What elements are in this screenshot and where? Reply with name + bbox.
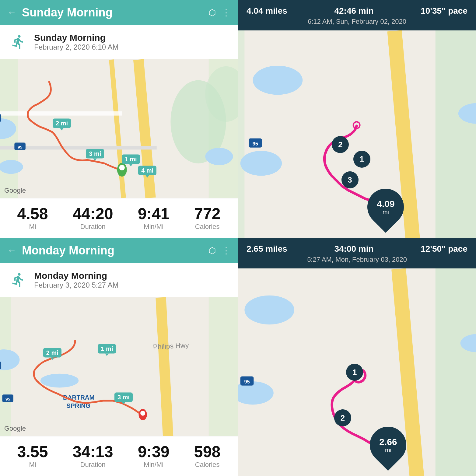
monday-right-datetime: 5:27 AM, Mon, February 03, 2020 (247, 256, 467, 264)
sunday-activity-info: Sunday Morning February 2, 2020 6:10 AM (0, 25, 238, 59)
mile-marker-1a: 1 mi (122, 155, 140, 164)
sunday-right-header: 4.04 miles 42:46 min 10'35" pace 6:12 AM… (238, 0, 476, 30)
sunday-right-stats: 4.04 miles 42:46 min 10'35" pace (247, 6, 467, 16)
monday-duration-value: 34:13 (73, 444, 113, 460)
monday-right-duration: 34:00 min (334, 244, 373, 254)
sunday-right-duration: 42:46 min (334, 6, 373, 16)
svg-rect-32 (209, 297, 238, 436)
monday-calories-label: Calories (194, 461, 221, 469)
monday-calories-value: 598 (194, 444, 221, 460)
monday-right-large-value: 2.66 (379, 436, 397, 446)
monday-right-map: 95 9B 1 2 2.66 mi (238, 268, 476, 476)
sunday-right-datetime: 6:12 AM, Sun, February 02, 2020 (247, 18, 467, 26)
monday-pace-value: 9:39 (138, 444, 170, 460)
sunday-right-map: 95 9B 2 1 3 4.09 mi (238, 30, 476, 238)
monday-mile-1: 1 mi (98, 344, 116, 353)
mile-marker-4: 4 mi (138, 166, 156, 175)
google-label-sunday: Google (4, 187, 26, 194)
svg-rect-10 (0, 111, 122, 116)
mile-marker-3: 3 mi (86, 149, 104, 159)
svg-rect-30 (0, 297, 238, 436)
back-button[interactable]: ← (7, 7, 16, 18)
svg-rect-39 (0, 362, 1, 369)
running-icon (9, 32, 28, 52)
monday-right-panel: 2.65 miles 34:00 min 12'50" pace 5:27 AM… (238, 238, 476, 476)
svg-rect-19 (436, 30, 476, 238)
monday-mile-2: 2 mi (43, 348, 61, 358)
sunday-right-pace: 10'35" pace (421, 6, 467, 16)
sunday-right-pin2: 2 (332, 136, 349, 153)
sunday-duration-stat: 44:20 Duration (73, 206, 113, 231)
sunday-pace-stat: 9:41 Min/Mi (138, 206, 170, 231)
monday-right-pace: 12'50" pace (421, 244, 467, 254)
monday-activity-name: Monday Morning (34, 271, 119, 281)
sunday-calories-stat: 772 Calories (194, 206, 221, 231)
monday-left-panel: ← Monday Morning ⬡ ⋮ Monday Morning Febr… (0, 238, 238, 476)
sunday-right-panel: 4.04 miles 42:46 min 10'35" pace 6:12 AM… (238, 0, 476, 238)
svg-point-22 (240, 151, 282, 176)
monday-right-large-pin: 2.66 mi (370, 427, 406, 463)
sunday-right-large-unit: mi (377, 208, 394, 215)
sunday-calories-value: 772 (194, 206, 221, 222)
monday-activity-text: Monday Morning February 3, 2020 5:27 AM (34, 271, 119, 289)
svg-point-44 (140, 411, 145, 416)
sunday-right-pin1: 1 (353, 151, 370, 168)
svg-point-17 (119, 165, 125, 170)
sunday-map: 95 9B 2 mi 3 mi 1 mi 4 mi Google (0, 59, 238, 198)
monday-right-miles: 2.65 miles (247, 244, 287, 254)
svg-text:95: 95 (244, 379, 250, 384)
monday-right-large-unit: mi (379, 446, 397, 453)
sunday-activity-date: February 2, 2020 6:10 AM (34, 43, 119, 51)
monday-distance-stat: 3.55 Mi (17, 444, 48, 469)
svg-point-21 (253, 66, 303, 95)
monday-right-stats: 2.65 miles 34:00 min 12'50" pace (247, 244, 467, 254)
monday-right-pin2: 2 (334, 409, 351, 426)
monday-activity-date: February 3, 2020 5:27 AM (34, 281, 119, 289)
sunday-header: ← Sunday Morning ⬡ ⋮ (0, 0, 238, 25)
monday-calories-stat: 598 Calories (194, 444, 221, 469)
monday-pace-stat: 9:39 Min/Mi (138, 444, 170, 469)
svg-rect-20 (238, 30, 244, 238)
sunday-activity-text: Sunday Morning February 2, 2020 6:10 AM (34, 33, 119, 51)
monday-title: Monday Morning (22, 244, 202, 257)
sunday-stats-bar: 4.58 Mi 44:20 Duration 9:41 Min/Mi 772 C… (0, 198, 238, 238)
monday-activity-info: Monday Morning February 3, 2020 5:27 AM (0, 263, 238, 297)
monday-duration-stat: 34:13 Duration (73, 444, 113, 469)
monday-header: ← Monday Morning ⬡ ⋮ (0, 238, 238, 263)
sunday-right-pin3: 3 (341, 171, 359, 188)
share-button[interactable]: ⬡ (208, 8, 216, 18)
monday-mile-3: 3 mi (114, 393, 133, 402)
monday-back-button[interactable]: ← (7, 245, 16, 256)
monday-running-icon (9, 270, 28, 290)
more-button[interactable]: ⋮ (222, 8, 230, 18)
sunday-title: Sunday Morning (22, 6, 202, 19)
monday-map: Philips Hwy 95 9B BARTRAM SPRING 2 mi 1 … (0, 297, 238, 436)
sunday-right-large-pin: 4.09 mi (367, 189, 404, 225)
monday-distance-label: Mi (17, 461, 48, 469)
svg-point-48 (244, 296, 294, 324)
sunday-distance-stat: 4.58 Mi (17, 206, 48, 231)
sunday-distance-label: Mi (17, 223, 48, 231)
monday-distance-value: 3.55 (17, 444, 48, 460)
svg-point-7 (205, 148, 233, 165)
svg-text:95: 95 (5, 397, 10, 401)
monday-right-header: 2.65 miles 34:00 min 12'50" pace 5:27 AM… (238, 238, 476, 268)
sunday-calories-label: Calories (194, 223, 221, 231)
svg-point-34 (40, 374, 79, 388)
sunday-right-large-value: 4.09 (377, 198, 394, 208)
sunday-right-miles: 4.04 miles (247, 6, 287, 16)
sunday-pace-value: 9:41 (138, 206, 170, 222)
sunday-duration-label: Duration (73, 223, 113, 231)
svg-text:95: 95 (18, 145, 23, 149)
monday-share-button[interactable]: ⬡ (208, 246, 216, 256)
svg-rect-46 (436, 268, 476, 476)
monday-stats-bar: 3.55 Mi 34:13 Duration 9:39 Min/Mi 598 C… (0, 436, 238, 476)
sunday-distance-value: 4.58 (17, 206, 48, 222)
svg-text:BARTRAM: BARTRAM (63, 394, 95, 401)
monday-pace-label: Min/Mi (138, 461, 170, 469)
svg-rect-14 (0, 114, 1, 122)
google-label-monday: Google (4, 425, 26, 432)
monday-duration-label: Duration (73, 461, 113, 469)
monday-more-button[interactable]: ⋮ (222, 246, 230, 256)
svg-text:95: 95 (253, 141, 258, 146)
